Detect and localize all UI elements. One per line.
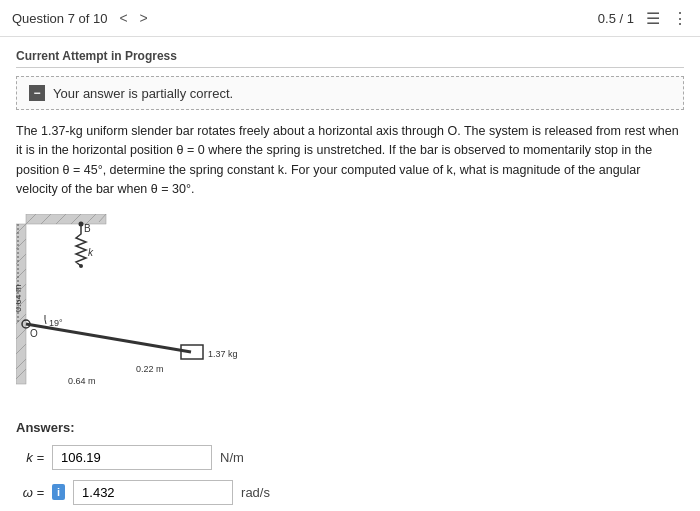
problem-text: The 1.37-kg uniform slender bar rotates … xyxy=(16,122,684,200)
header-right: 0.5 / 1 ☰ ⋮ xyxy=(598,9,688,28)
k-answer-row: k = N/m xyxy=(16,445,684,470)
k-input[interactable] xyxy=(52,445,212,470)
question-label: Question 7 of 10 xyxy=(12,11,107,26)
svg-point-19 xyxy=(79,221,84,226)
svg-text:0.22 m: 0.22 m xyxy=(136,364,164,374)
svg-text:B: B xyxy=(84,223,91,234)
w-unit: rad/s xyxy=(241,485,270,500)
section-label: Current Attempt in Progress xyxy=(16,49,684,68)
dots-icon[interactable]: ⋮ xyxy=(672,9,688,28)
main-content: Current Attempt in Progress − Your answe… xyxy=(0,37,700,511)
answers-label: Answers: xyxy=(16,420,684,435)
k-unit: N/m xyxy=(220,450,244,465)
svg-text:k: k xyxy=(88,247,94,258)
info-badge[interactable]: i xyxy=(52,484,65,500)
w-input[interactable] xyxy=(73,480,233,505)
svg-text:0.64 m: 0.64 m xyxy=(16,284,23,312)
svg-text:1.37 kg: 1.37 kg xyxy=(208,349,238,359)
diagram-svg: B k O 19° 1.37 kg 0.64 m xyxy=(16,214,296,404)
prev-button[interactable]: < xyxy=(115,8,131,28)
minus-icon: − xyxy=(29,85,45,101)
header: Question 7 of 10 < > 0.5 / 1 ☰ ⋮ xyxy=(0,0,700,37)
next-button[interactable]: > xyxy=(136,8,152,28)
header-left: Question 7 of 10 < > xyxy=(12,8,152,28)
score-display: 0.5 / 1 xyxy=(598,11,634,26)
svg-text:O: O xyxy=(30,328,38,339)
diagram-area: B k O 19° 1.37 kg 0.64 m xyxy=(16,214,684,404)
k-variable: k = xyxy=(16,450,44,465)
menu-icon[interactable]: ☰ xyxy=(646,9,660,28)
svg-text:19°: 19° xyxy=(49,318,63,328)
w-variable: ω = xyxy=(16,485,44,500)
answers-section: Answers: k = N/m ω = i rad/s xyxy=(16,420,684,505)
partial-message: Your answer is partially correct. xyxy=(53,86,233,101)
svg-text:0.64 m: 0.64 m xyxy=(68,376,96,386)
svg-point-25 xyxy=(79,264,83,268)
svg-line-24 xyxy=(26,324,191,352)
w-answer-row: ω = i rad/s xyxy=(16,480,684,505)
nav-buttons: < > xyxy=(115,8,151,28)
partial-correct-box: − Your answer is partially correct. xyxy=(16,76,684,110)
